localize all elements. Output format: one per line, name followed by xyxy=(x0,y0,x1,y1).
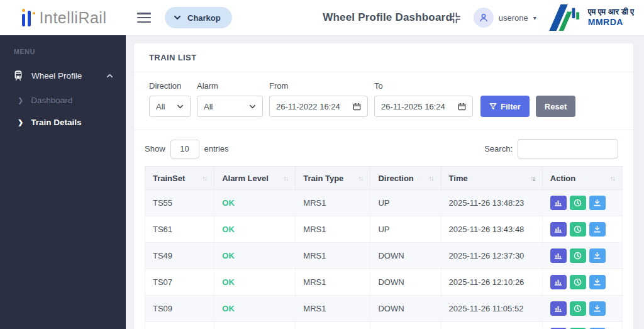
column-header-time[interactable]: Time↑↓ xyxy=(441,167,542,190)
alarm-level-cell: OK xyxy=(214,243,296,269)
trainset-cell: TS14 xyxy=(145,322,214,329)
search-group: Search: xyxy=(484,139,618,159)
page-title: Wheel Profile Dashboard xyxy=(323,11,452,24)
action-cell xyxy=(542,322,622,329)
direction-cell: DOWN xyxy=(370,269,441,296)
menu-section-label: MENU xyxy=(0,35,126,62)
to-datetime-input[interactable]: 26-11-2025 16:24 xyxy=(374,96,473,117)
sidebar-item-wheel-profile[interactable]: Wheel Profile xyxy=(0,62,126,89)
search-input[interactable] xyxy=(518,139,618,159)
sort-icon: ↑↓ xyxy=(610,174,614,182)
alarm-status-badge: OK xyxy=(222,277,235,287)
direction-cell: UP xyxy=(370,216,441,243)
calendar-icon xyxy=(353,103,361,111)
chevron-down-icon xyxy=(177,103,184,110)
show-entries-group: Show entries xyxy=(145,140,229,159)
entries-count-input[interactable] xyxy=(170,140,199,159)
download-action-button[interactable] xyxy=(589,222,606,237)
to-label: To xyxy=(374,81,473,91)
history-action-button[interactable] xyxy=(570,248,586,263)
filter-button-label: Filter xyxy=(501,102,521,111)
time-cell: 2025-11-26 11:05:52 xyxy=(441,296,542,322)
download-action-button[interactable] xyxy=(589,196,606,210)
chart-action-button[interactable] xyxy=(550,275,567,289)
card-header: TRAIN LIST xyxy=(134,43,633,72)
top-header: IntelliRail Charkop Wheel Profile Dashbo… xyxy=(0,0,644,35)
time-cell: 2025-11-26 12:37:30 xyxy=(441,243,542,269)
user-menu[interactable]: userone ▾ xyxy=(474,8,536,28)
reset-button-label: Reset xyxy=(545,102,567,111)
download-action-button[interactable] xyxy=(589,248,606,263)
chart-action-button[interactable] xyxy=(550,222,567,237)
from-datetime-input[interactable]: 26-11-2022 16:24 xyxy=(269,96,368,117)
trainset-cell: TS61 xyxy=(145,216,214,243)
alarm-level-cell: OK xyxy=(214,216,296,243)
download-action-button[interactable] xyxy=(589,301,606,316)
filter-button[interactable]: Filter xyxy=(480,96,530,117)
intellirail-logo-icon xyxy=(19,8,36,27)
train-type-cell: MRS1 xyxy=(296,269,370,296)
column-header-action[interactable]: Action↑↓ xyxy=(542,167,622,190)
clock-icon xyxy=(574,252,582,260)
search-label: Search: xyxy=(484,144,513,153)
table-controls: Show entries Search: xyxy=(134,130,633,166)
alarm-select[interactable]: All xyxy=(197,96,263,117)
chart-action-button[interactable] xyxy=(550,301,567,316)
direction-cell: DOWN xyxy=(370,243,441,269)
sort-desc-icon: ↑↓ xyxy=(530,174,535,182)
alarm-level-cell: OK xyxy=(214,322,296,329)
alarm-status-badge: OK xyxy=(222,198,235,208)
train-type-cell: MRS1 xyxy=(296,216,370,243)
direction-select[interactable]: All xyxy=(149,96,191,117)
column-header-alarm-level[interactable]: Alarm Level↑↓ xyxy=(214,167,296,190)
bar-chart-icon xyxy=(554,304,562,313)
user-name: userone xyxy=(499,13,528,23)
chart-action-button[interactable] xyxy=(550,248,567,263)
from-label: From xyxy=(269,81,368,91)
alarm-status-badge: OK xyxy=(222,304,235,313)
chart-action-button[interactable] xyxy=(550,196,567,210)
bar-chart-icon xyxy=(554,199,562,207)
train-list-table: TrainSet↑↓ Alarm Level↑↓ Train Type↑↓ Di… xyxy=(145,166,623,329)
action-cell xyxy=(542,216,622,243)
alarm-level-cell: OK xyxy=(214,269,296,296)
alarm-level-cell: OK xyxy=(214,190,296,216)
history-action-button[interactable] xyxy=(570,275,586,289)
history-action-button[interactable] xyxy=(570,196,586,210)
chevron-down-icon xyxy=(174,14,181,21)
column-header-trainset[interactable]: TrainSet↑↓ xyxy=(145,167,214,190)
reset-button[interactable]: Reset xyxy=(536,96,575,117)
avatar xyxy=(474,8,494,28)
sidebar-item-label: Wheel Profile xyxy=(31,71,99,81)
trainset-cell: TS07 xyxy=(145,269,214,296)
sidebar-item-train-details[interactable]: ❯ Train Details xyxy=(0,111,126,133)
entries-label: entries xyxy=(204,144,229,153)
table-row: TS49 OK MRS1 DOWN 2025-11-26 12:37:30 xyxy=(145,243,623,269)
train-icon xyxy=(13,70,24,81)
time-cell: 2025-11-26 13:43:48 xyxy=(441,216,542,243)
download-icon xyxy=(593,225,601,233)
station-selector[interactable]: Charkop xyxy=(165,7,232,28)
column-header-train-type[interactable]: Train Type↑↓ xyxy=(296,167,370,190)
sidebar-subitem-label: Dashboard xyxy=(31,96,72,105)
column-header-direction[interactable]: Direction↑↓ xyxy=(370,167,441,190)
time-cell: 2025-11-26 13:48:23 xyxy=(441,190,542,216)
history-action-button[interactable] xyxy=(570,222,586,237)
calendar-icon xyxy=(458,103,466,111)
direction-selected-value: All xyxy=(156,102,165,111)
download-action-button[interactable] xyxy=(589,275,606,289)
menu-toggle-icon[interactable] xyxy=(137,13,151,23)
time-cell: 2025-11-26 08:24:08 xyxy=(441,322,542,329)
download-icon xyxy=(593,252,601,260)
trainset-cell: TS55 xyxy=(145,190,214,216)
trainset-cell: TS49 xyxy=(145,243,214,269)
history-action-button[interactable] xyxy=(570,301,586,316)
train-type-cell: MRS1 xyxy=(296,296,370,322)
sidebar-item-dashboard[interactable]: ❯ Dashboard xyxy=(0,89,126,111)
clock-icon xyxy=(574,199,582,207)
table-row: TS07 OK MRS1 DOWN 2025-11-26 12:10:26 xyxy=(145,269,623,296)
bar-chart-icon xyxy=(554,225,562,233)
sort-icon: ↑↓ xyxy=(429,174,433,182)
funnel-icon xyxy=(489,103,497,110)
download-icon xyxy=(593,199,601,207)
